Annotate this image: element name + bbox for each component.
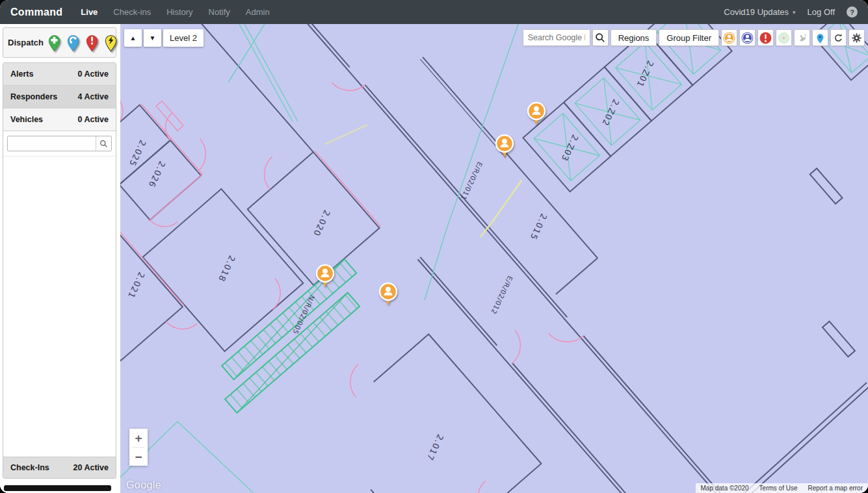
responder-marker[interactable] bbox=[496, 135, 513, 157]
dispatch-label: Dispatch bbox=[8, 38, 44, 47]
refresh-icon bbox=[833, 32, 844, 44]
room-label: 2.025 bbox=[127, 138, 148, 168]
sidebar-search-input[interactable] bbox=[8, 136, 96, 151]
alert-dispatch-pin-icon[interactable] bbox=[84, 34, 100, 52]
reference-lines bbox=[120, 24, 518, 493]
checkins-row[interactable]: Check-Ins 20 Active bbox=[3, 457, 116, 478]
main-nav: Live Check-ins History Notify Admin bbox=[81, 7, 269, 17]
dispatch-panel: Dispatch bbox=[3, 27, 116, 58]
vehicles-count: 0 Active bbox=[78, 115, 109, 124]
app-logo: Command bbox=[10, 6, 62, 18]
nav-tab-history[interactable]: History bbox=[166, 7, 192, 17]
status-panel: Alerts 0 Active Responders 4 Active Vehi… bbox=[3, 62, 116, 479]
room-label: 2.Z01 bbox=[635, 59, 655, 89]
responder-person-icon bbox=[723, 32, 735, 44]
room-label: 2.Z03 bbox=[559, 133, 580, 163]
room-label: 2.018 bbox=[217, 254, 237, 284]
chevron-down-icon: ▾ bbox=[793, 9, 796, 16]
responders-label: Responders bbox=[10, 92, 57, 101]
location-pin-icon bbox=[815, 32, 826, 44]
medical-dispatch-pin-icon[interactable] bbox=[46, 34, 62, 52]
level-label-button[interactable]: Level 2 bbox=[163, 29, 204, 47]
floorplan: 2.025 2.026 2.020 2.021 2.018 2.015 2.01… bbox=[120, 24, 868, 493]
map-attribution: Map data ©2020 Terms of Use Report a map… bbox=[696, 483, 868, 493]
checkins-count: 20 Active bbox=[73, 463, 109, 472]
refresh-button[interactable] bbox=[830, 29, 847, 46]
reference-line-yellow bbox=[325, 125, 367, 144]
checkins-filter-button[interactable] bbox=[776, 29, 792, 46]
nav-tab-live[interactable]: Live bbox=[81, 7, 98, 17]
sidebar-search-button[interactable] bbox=[96, 136, 111, 151]
location-pin-button[interactable] bbox=[812, 29, 828, 46]
room-label: 2.017 bbox=[425, 433, 445, 462]
room-label: 2.021 bbox=[125, 271, 146, 301]
log-off-button[interactable]: Log Off bbox=[808, 7, 835, 17]
sidebar-empty-area bbox=[3, 157, 116, 457]
level-down-button[interactable]: ▼ bbox=[144, 29, 161, 47]
zoom-in-button[interactable]: + bbox=[129, 429, 148, 447]
responders-filter-button[interactable] bbox=[721, 29, 737, 46]
nav-tab-admin[interactable]: Admin bbox=[246, 7, 270, 17]
floorplan-drawing: 2.025 2.026 2.020 2.021 2.018 2.015 2.01… bbox=[120, 24, 868, 493]
nav-tab-notify[interactable]: Notify bbox=[209, 7, 230, 17]
zone-boundary-line bbox=[470, 180, 533, 237]
alerts-label: Alerts bbox=[10, 70, 33, 79]
regions-button[interactable]: Regions bbox=[611, 29, 657, 46]
alerts-row[interactable]: Alerts 0 Active bbox=[3, 63, 116, 86]
alert-exclamation-icon bbox=[759, 32, 772, 44]
sidebar: Dispatch bbox=[0, 24, 120, 493]
help-icon[interactable]: ? bbox=[847, 6, 858, 18]
responder-marker[interactable] bbox=[380, 283, 397, 305]
map-search-button[interactable] bbox=[592, 29, 609, 46]
vehicles-label: Vehicles bbox=[10, 115, 43, 124]
power-dispatch-pin-icon[interactable] bbox=[103, 34, 119, 52]
checkins-label: Check-Ins bbox=[10, 463, 49, 472]
call-dispatch-pin-icon[interactable] bbox=[65, 34, 81, 52]
vehicles-row[interactable]: Vehicles 0 Active bbox=[3, 108, 116, 131]
room-label: 2.026 bbox=[146, 160, 167, 190]
content-row: Dispatch bbox=[0, 24, 868, 493]
search-icon bbox=[595, 32, 605, 43]
chevron-up-icon: ▲ bbox=[130, 34, 137, 42]
staff-person-icon bbox=[741, 32, 754, 44]
corridor-label: E/R/02/012 bbox=[490, 275, 514, 316]
level-selector: ▲ ▼ Level 2 bbox=[124, 29, 204, 47]
dispatch-pin-buttons bbox=[46, 34, 119, 52]
checkin-dot-icon bbox=[778, 32, 790, 44]
map-zoom-control: + − bbox=[129, 429, 148, 466]
covid-updates-dropdown[interactable]: Covid19 Updates ▾ bbox=[724, 7, 795, 17]
map-settings-button[interactable] bbox=[848, 29, 865, 46]
terms-of-use-link[interactable]: Terms of Use bbox=[759, 485, 798, 492]
responders-row[interactable]: Responders 4 Active bbox=[3, 86, 116, 108]
responders-count: 4 Active bbox=[78, 92, 109, 101]
map-canvas[interactable]: 2.025 2.026 2.020 2.021 2.018 2.015 2.01… bbox=[120, 24, 868, 493]
alerts-filter-button[interactable] bbox=[757, 29, 774, 46]
room-label: 2.020 bbox=[311, 209, 332, 238]
settings-gear-icon bbox=[851, 32, 862, 44]
alerts-count: 0 Active bbox=[78, 70, 109, 79]
map-data-copyright: Map data ©2020 bbox=[701, 485, 749, 492]
room-label: 2.Z02 bbox=[600, 97, 621, 127]
level-up-button[interactable]: ▲ bbox=[124, 29, 142, 47]
door-arcs bbox=[120, 24, 629, 493]
topbar-right: Covid19 Updates ▾ Log Off ? bbox=[724, 6, 858, 18]
chevron-down-icon: ▼ bbox=[150, 34, 156, 42]
covid-updates-label: Covid19 Updates bbox=[724, 7, 789, 17]
zoom-out-button[interactable]: − bbox=[129, 448, 148, 466]
sidebar-search-wrap bbox=[3, 131, 116, 157]
staff-filter-button[interactable] bbox=[739, 29, 756, 46]
bottom-right-walls bbox=[744, 322, 868, 493]
room-label: 2.015 bbox=[528, 212, 549, 242]
command-app: Command Live Check-ins History Notify Ad… bbox=[0, 0, 868, 493]
map-search-input[interactable] bbox=[523, 30, 590, 45]
report-map-error-link[interactable]: Report a map error bbox=[808, 485, 863, 492]
google-logo: Google bbox=[126, 479, 161, 491]
group-filter-button[interactable]: Group Filter bbox=[659, 29, 719, 46]
nav-tab-checkins[interactable]: Check-ins bbox=[113, 7, 151, 17]
sidebar-bottom-bar bbox=[4, 485, 111, 491]
satellite-view-button[interactable] bbox=[794, 29, 810, 46]
map-toolbar: Regions Group Filter bbox=[523, 29, 865, 46]
elevator-braces bbox=[534, 24, 868, 258]
search-icon bbox=[99, 140, 108, 148]
room-labels: 2.025 2.026 2.020 2.021 2.018 2.015 2.01… bbox=[120, 24, 757, 493]
